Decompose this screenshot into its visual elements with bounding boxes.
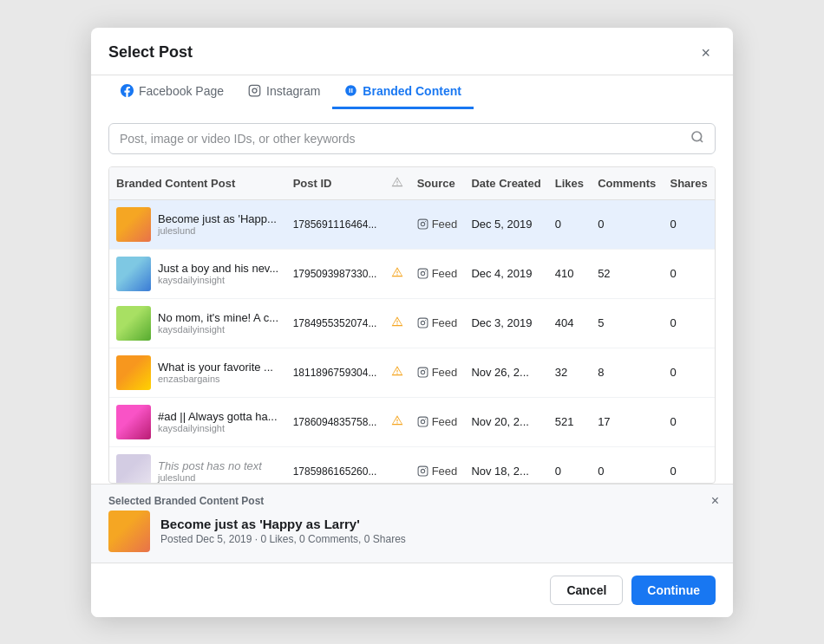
table-row[interactable]: #ad || Always gotta ha... kaysdailyinsig… [109, 397, 715, 446]
post-cell: What is your favorite ... enzasbargains [109, 348, 286, 397]
svg-point-15 [421, 370, 424, 374]
svg-rect-11 [418, 318, 428, 328]
comments-cell: 52 [591, 249, 663, 298]
svg-point-21 [421, 469, 424, 472]
post-title: This post has no text [158, 459, 262, 472]
svg-rect-14 [418, 368, 428, 377]
svg-point-13 [425, 320, 426, 321]
shares-cell: 0 [663, 397, 715, 446]
date-cell: Nov 18, 2... [464, 446, 547, 484]
svg-point-2 [257, 87, 258, 88]
col-comments: Comments [591, 167, 663, 200]
instagram-icon [248, 84, 261, 97]
posts-table-container: Branded Content Post Post ID Source Date… [108, 166, 716, 484]
post-thumbnail [116, 306, 151, 341]
tab-facebook-label: Facebook Page [139, 84, 224, 98]
post-id-cell: 1795093987330... [286, 249, 384, 298]
shares-cell: 0 [663, 298, 715, 348]
post-cell: Just a boy and his nev... kaysdailyinsig… [109, 249, 286, 298]
source-cell: Feed [410, 348, 465, 397]
post-id-cell: 1784955352074... [286, 298, 384, 348]
post-info: #ad || Always gotta ha... kaysdailyinsig… [158, 410, 278, 433]
modal-header: Select Post × [91, 28, 733, 75]
col-alert [384, 167, 410, 200]
selected-post-info: Become just as 'Happy as Larry' Posted D… [160, 517, 406, 545]
svg-point-18 [421, 420, 424, 423]
table-row[interactable]: What is your favorite ... enzasbargains … [109, 348, 715, 397]
source-cell: Feed [410, 446, 465, 484]
svg-point-1 [252, 88, 257, 93]
source-cell: Feed [410, 397, 465, 446]
post-cell: No mom, it's mine! A c... kaysdailyinsig… [109, 298, 286, 348]
selected-post-thumb [108, 511, 150, 552]
post-thumbnail [116, 454, 151, 484]
likes-cell: 521 [548, 397, 591, 446]
table-row[interactable]: This post has no text juleslund 17859861… [109, 446, 715, 484]
selected-bar-close-button[interactable]: × [711, 493, 719, 509]
select-post-modal: Select Post × Facebook Page Instagram [91, 28, 733, 617]
modal-footer: Cancel Continue [91, 563, 733, 617]
date-cell: Nov 26, 2... [464, 348, 547, 397]
alert-cell [384, 199, 410, 249]
post-thumbnail [116, 405, 151, 439]
svg-rect-17 [418, 417, 428, 426]
modal-overlay: Select Post × Facebook Page Instagram [0, 0, 824, 644]
col-post: Branded Content Post [109, 167, 286, 200]
date-cell: Nov 20, 2... [464, 397, 547, 446]
post-author: juleslund [158, 225, 277, 236]
col-likes: Likes [548, 167, 591, 200]
tab-facebook[interactable]: Facebook Page [108, 75, 236, 109]
table-row[interactable]: Just a boy and his nev... kaysdailyinsig… [109, 249, 715, 298]
source-cell: Feed [410, 199, 465, 249]
post-info: What is your favorite ... enzasbargains [158, 361, 273, 384]
table-row[interactable]: No mom, it's mine! A c... kaysdailyinsig… [109, 298, 715, 348]
table-header-row: Branded Content Post Post ID Source Date… [109, 167, 715, 200]
post-info: Just a boy and his nev... kaysdailyinsig… [158, 262, 278, 285]
post-title: What is your favorite ... [158, 361, 273, 374]
post-author: enzasbargains [158, 374, 273, 384]
comments-cell: 0 [591, 446, 663, 484]
post-info: No mom, it's mine! A c... kaysdailyinsig… [158, 311, 278, 335]
svg-point-22 [425, 468, 426, 469]
comments-cell: 8 [591, 348, 663, 397]
likes-cell: 32 [548, 348, 591, 397]
table-row[interactable]: Become just as 'Happ... juleslund 178569… [109, 199, 715, 249]
modal-body: Branded Content Post Post ID Source Date… [91, 109, 733, 484]
search-bar [108, 123, 716, 154]
likes-cell: 404 [548, 298, 591, 348]
svg-point-9 [421, 271, 424, 275]
close-button[interactable]: × [696, 43, 716, 62]
tab-instagram[interactable]: Instagram [236, 75, 332, 109]
svg-line-4 [700, 140, 703, 142]
svg-point-16 [425, 369, 426, 370]
post-thumbnail [116, 355, 151, 390]
selected-post-title: Become just as 'Happy as Larry' [160, 517, 406, 531]
col-post-id: Post ID [286, 167, 384, 200]
posts-table: Branded Content Post Post ID Source Date… [109, 167, 715, 484]
post-cell: This post has no text juleslund [109, 446, 286, 484]
date-cell: Dec 3, 2019 [464, 298, 547, 348]
tab-branded-content[interactable]: Branded Content [332, 75, 474, 109]
alert-cell [384, 446, 410, 484]
likes-cell: 410 [548, 249, 591, 298]
svg-rect-0 [249, 85, 260, 96]
post-author: juleslund [158, 472, 262, 483]
table-body: Become just as 'Happ... juleslund 178569… [109, 199, 715, 484]
alert-cell [384, 298, 410, 348]
selected-bar: Selected Branded Content Post Become jus… [91, 484, 733, 563]
source-cell: Feed [410, 298, 465, 348]
post-thumbnail [116, 207, 151, 242]
post-info: This post has no text juleslund [158, 459, 262, 483]
post-cell: Become just as 'Happ... juleslund [109, 199, 286, 249]
cancel-button[interactable]: Cancel [550, 576, 623, 605]
svg-point-12 [421, 321, 424, 324]
col-date: Date Created [464, 167, 547, 200]
svg-point-7 [425, 221, 426, 222]
svg-rect-5 [418, 219, 428, 229]
post-title: Become just as 'Happ... [158, 212, 277, 225]
comments-cell: 5 [591, 298, 663, 348]
continue-button[interactable]: Continue [631, 576, 716, 605]
search-input[interactable] [120, 132, 690, 146]
source-cell: Feed [410, 249, 465, 298]
post-id-cell: 1785986165260... [286, 446, 384, 484]
